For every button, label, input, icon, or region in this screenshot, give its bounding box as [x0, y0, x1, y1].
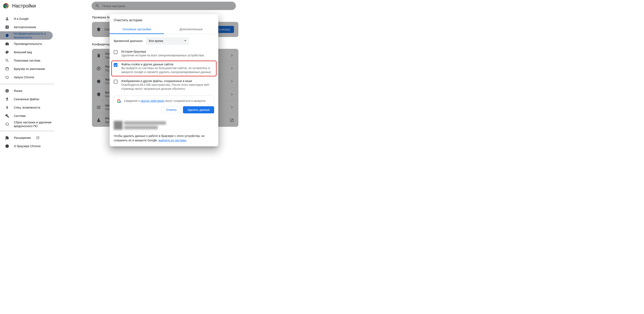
option-browsing-history[interactable]: История браузера Удаление истории на все… [110, 48, 218, 60]
chrome-icon [5, 144, 9, 148]
restore-icon [5, 122, 9, 126]
shield-icon [5, 33, 9, 38]
external-link-icon [36, 136, 40, 140]
sidebar-item-reset[interactable]: Сброс настроек и удаление вредоносного П… [0, 120, 53, 128]
cookie-icon [96, 79, 101, 84]
sidebar-item-default-browser[interactable]: Браузер по умолчанию [0, 65, 53, 73]
shield-icon [96, 27, 101, 32]
dialog-tabs: Основные настройки Дополнительные [110, 25, 218, 34]
blurred-account-row [114, 121, 214, 130]
option-title: Файлы cookie и другие данные сайтов [121, 63, 214, 66]
sidebar-item-languages[interactable]: Языки [0, 87, 53, 95]
tab-advanced[interactable]: Дополнительные [164, 25, 218, 34]
sidebar-item-label: Внешний вид [14, 50, 32, 54]
option-desc: Удаление истории на всех синхронизирован… [121, 53, 204, 58]
divider [0, 131, 54, 131]
sidebar: Я и Google Автозаполнение Конфиденциальн… [0, 12, 54, 160]
option-title: Изображения и другие файлы, сохраненные … [121, 79, 214, 83]
extension-icon [5, 136, 9, 140]
option-cached-images[interactable]: Изображения и другие файлы, сохраненные … [110, 77, 218, 93]
svg-point-7 [97, 67, 100, 70]
sidebar-item-about[interactable]: О браузере Chrome [0, 142, 53, 150]
chevron-right-icon [230, 92, 234, 96]
wrench-icon [5, 114, 9, 118]
chevron-right-icon [230, 66, 234, 71]
dialog-actions: Отмена Удалить данные [110, 103, 218, 117]
checkbox-cached[interactable] [114, 80, 118, 84]
other-activity-link[interactable]: других действиях [141, 99, 164, 103]
sidebar-item-you-and-google[interactable]: Я и Google [0, 15, 53, 23]
svg-point-1 [5, 5, 7, 7]
sidebar-item-appearance[interactable]: Внешний вид [0, 48, 53, 56]
sidebar-item-search-engine[interactable]: Поисковая система [0, 56, 53, 65]
sidebar-item-label: Поисковая система [14, 59, 40, 62]
cancel-button[interactable]: Отмена [162, 106, 181, 113]
sidebar-item-label: О браузере Chrome [14, 144, 41, 148]
person-icon [5, 17, 9, 21]
sidebar-item-label: Языки [14, 89, 22, 93]
external-link-icon [230, 118, 234, 122]
shield-icon [96, 92, 101, 97]
svg-point-5 [7, 106, 7, 107]
svg-point-6 [6, 145, 9, 148]
form-icon [5, 25, 9, 29]
sidebar-item-label: Спец. возможности [14, 106, 40, 109]
sidebar-item-label: Расширения [14, 136, 31, 140]
sidebar-item-system[interactable]: Система [0, 112, 53, 120]
sidebar-item-label: Скачанные файлы [14, 97, 39, 101]
svg-point-3 [5, 5, 7, 7]
svg-point-0 [4, 3, 8, 8]
speed-icon [5, 42, 9, 46]
time-range-select[interactable]: Все время [146, 37, 189, 44]
svg-point-2 [5, 5, 7, 7]
sidebar-item-downloads[interactable]: Скачанные файлы [0, 95, 53, 103]
palette-icon [5, 50, 9, 54]
sidebar-item-extensions[interactable]: Расширения [0, 134, 53, 142]
svg-point-4 [6, 17, 8, 19]
window-icon [5, 67, 9, 71]
time-range-row: Временной диапазон Все время [110, 34, 218, 48]
option-desc: Освободится 89,5 МБ пространства. После … [121, 83, 214, 91]
tune-icon [96, 105, 101, 110]
google-icon [117, 99, 121, 103]
option-cookies[interactable]: Файлы cookie и другие данные сайтов Вы в… [111, 61, 216, 76]
sidebar-item-performance[interactable]: Производительность [0, 40, 53, 48]
dialog-body[interactable]: Временной диапазон Все время История бра… [110, 34, 218, 103]
search-icon [95, 4, 100, 8]
divider [0, 84, 54, 84]
sidebar-item-label: Сброс настроек и удаление вредоносного П… [14, 121, 53, 128]
sidebar-item-label: Браузер по умолчанию [14, 67, 45, 71]
power-icon [5, 75, 9, 79]
chrome-logo-icon [3, 3, 9, 8]
search-settings[interactable] [92, 2, 236, 10]
search-input[interactable] [102, 4, 232, 8]
sidebar-item-label: Система [14, 114, 26, 118]
signout-note: Чтобы удалить данные о работе в браузере… [110, 134, 218, 146]
accessibility-icon [5, 105, 9, 110]
time-range-label: Временной диапазон [114, 39, 142, 43]
sidebar-item-autofill[interactable]: Автозаполнение [0, 23, 53, 31]
sidebar-item-label: Конфиденциальность и безопасность [14, 32, 53, 39]
checkbox-browsing-history[interactable] [114, 50, 118, 54]
download-icon [5, 97, 9, 101]
svg-point-8 [97, 80, 100, 83]
google-activity-info: Сведения о других действиях могут сохран… [114, 96, 214, 103]
clear-data-button[interactable]: Удалить данные [183, 106, 214, 113]
sidebar-item-label: Я и Google [14, 17, 29, 21]
tab-basic[interactable]: Основные настройки [110, 25, 164, 34]
sidebar-item-privacy[interactable]: Конфиденциальность и безопасность [0, 31, 53, 40]
info-text: Сведения о других действиях могут сохран… [124, 99, 211, 103]
globe-icon [5, 89, 9, 93]
signout-link[interactable]: выйдите из системы [158, 139, 186, 142]
option-desc: Вы выйдете из системы на большинстве сай… [121, 66, 214, 74]
dialog-title: Очистить историю [110, 14, 218, 25]
sidebar-item-label: Автозаполнение [14, 25, 36, 29]
sidebar-item-label: Производительность [14, 42, 42, 46]
clear-browsing-data-dialog: Очистить историю Основные настройки Допо… [110, 14, 218, 146]
sidebar-item-accessibility[interactable]: Спец. возможности [0, 103, 53, 112]
trash-icon [96, 53, 101, 58]
search-icon [5, 58, 9, 63]
compass-icon [96, 66, 101, 71]
sidebar-item-on-startup[interactable]: Запуск Chrome [0, 73, 53, 81]
checkbox-cookies[interactable] [114, 63, 118, 67]
